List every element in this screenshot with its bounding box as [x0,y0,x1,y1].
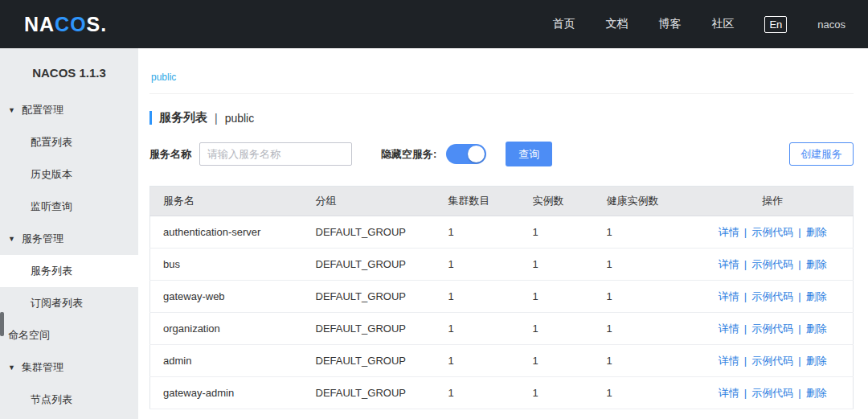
current-user[interactable]: nacos [817,18,845,31]
delete-link[interactable]: 删除 [806,322,827,335]
sample-code-link[interactable]: 示例代码 [751,258,793,270]
sample-code-link[interactable]: 示例代码 [751,226,793,238]
action-separator: | [798,355,800,367]
delete-link[interactable]: 删除 [806,226,827,238]
cell-healthy-count: 1 [594,281,693,313]
service-name-label: 服务名称 [149,147,191,162]
sample-code-link[interactable]: 示例代码 [751,387,793,399]
sidebar-section-cluster-management[interactable]: ▼集群管理 [0,351,138,384]
create-service-button[interactable]: 创建服务 [789,142,854,166]
sidebar-item-node-list[interactable]: 节点列表 [0,384,138,416]
cell-instance-count: 1 [520,216,594,249]
action-separator: | [798,226,800,238]
sidebar-section-label: 配置管理 [22,104,63,116]
scrollbar-thumb[interactable] [0,312,4,336]
sidebar-section-label: 集群管理 [22,361,63,373]
cell-service-name: gateway-web [150,281,303,313]
nacos-version-label: NACOS 1.1.3 [0,48,138,94]
cell-actions: 详情|示例代码|删除 [693,377,854,409]
sample-code-link[interactable]: 示例代码 [751,290,793,302]
title-namespace: public [225,112,255,125]
cell-healthy-count: 1 [594,216,693,249]
language-toggle-button[interactable]: En [764,16,787,33]
detail-link[interactable]: 详情 [719,226,739,238]
toggle-knob [468,146,485,162]
delete-link[interactable]: 删除 [806,355,827,367]
detail-link[interactable]: 详情 [719,258,739,270]
action-separator: | [798,322,800,335]
column-header-instance-count: 实例数 [520,187,594,216]
nacos-logo[interactable]: NACOS. [24,13,107,36]
nav-item-blog[interactable]: 博客 [658,17,681,31]
nav-item-home[interactable]: 首页 [552,17,575,31]
column-header-actions: 操作 [693,187,854,216]
cell-cluster-count: 1 [436,345,520,377]
top-nav: 首页 文档 博客 社区 En nacos [552,16,845,33]
sidebar-item-config-list[interactable]: 配置列表 [0,126,138,158]
cell-service-name: gateway-admin [150,377,303,409]
hide-empty-services-toggle[interactable] [446,144,486,164]
cell-cluster-count: 1 [436,313,520,345]
cell-service-name: bus [150,249,303,281]
sidebar-item-history-versions[interactable]: 历史版本 [0,158,138,191]
cell-service-name: authentication-server [150,216,303,249]
cell-instance-count: 1 [520,249,594,281]
detail-link[interactable]: 详情 [719,387,739,399]
column-header-service-name: 服务名 [150,187,303,216]
action-separator: | [744,322,747,335]
action-separator: | [798,387,800,399]
table-row: organization DEFAULT_GROUP 1 1 1 详情|示例代码… [150,313,854,345]
sidebar-item-listener-query[interactable]: 监听查询 [0,191,138,223]
nav-item-docs[interactable]: 文档 [605,17,628,31]
detail-link[interactable]: 详情 [719,355,739,367]
caret-down-icon: ▼ [8,223,15,255]
service-table: 服务名 分组 集群数目 实例数 健康实例数 操作 authentication-… [149,186,854,409]
cell-group: DEFAULT_GROUP [303,377,436,409]
delete-link[interactable]: 删除 [806,387,827,399]
sidebar-item-namespace[interactable]: 命名空间 [0,319,138,351]
breadcrumb-namespace-public[interactable]: public [151,72,176,83]
title-accent-bar [149,111,152,125]
sidebar-section-service-management[interactable]: ▼服务管理 [0,223,138,255]
nav-item-community[interactable]: 社区 [711,17,734,31]
service-table-header: 服务名 分组 集群数目 实例数 健康实例数 操作 [150,187,854,216]
top-header: NACOS. 首页 文档 博客 社区 En nacos [0,0,868,48]
cell-instance-count: 1 [520,281,594,313]
cell-instance-count: 1 [520,377,594,409]
delete-link[interactable]: 删除 [806,290,827,302]
cell-group: DEFAULT_GROUP [303,249,436,281]
delete-link[interactable]: 删除 [806,258,827,270]
hide-empty-services-label: 隐藏空服务: [381,147,436,162]
sample-code-link[interactable]: 示例代码 [751,355,793,367]
action-separator: | [744,387,747,399]
sidebar-section-config-management[interactable]: ▼配置管理 [0,94,138,126]
service-name-input[interactable] [199,142,352,166]
table-row: gateway-web DEFAULT_GROUP 1 1 1 详情|示例代码|… [150,281,854,313]
cell-healthy-count: 1 [594,313,693,345]
main-content: public 服务列表 | public 服务名称 隐藏空服务: 查询 创建服务… [138,48,868,419]
detail-link[interactable]: 详情 [719,322,739,335]
sidebar: NACOS 1.1.3 ▼配置管理 配置列表 历史版本 监听查询 ▼服务管理 服… [0,48,138,419]
column-header-healthy-instance-count: 健康实例数 [594,187,693,216]
sidebar-item-service-list[interactable]: 服务列表 [0,255,138,287]
table-row: authentication-server DEFAULT_GROUP 1 1 … [150,216,854,249]
column-header-group: 分组 [303,187,436,216]
sample-code-link[interactable]: 示例代码 [751,322,793,335]
caret-down-icon: ▼ [8,94,15,126]
search-button[interactable]: 查询 [506,142,552,166]
cell-group: DEFAULT_GROUP [303,216,436,249]
title-separator: | [215,112,218,125]
sidebar-item-subscriber-list[interactable]: 订阅者列表 [0,287,138,319]
cell-cluster-count: 1 [436,377,520,409]
cell-cluster-count: 1 [436,281,520,313]
breadcrumb: public [149,48,854,94]
logo-text-co: CO [55,13,87,35]
cell-actions: 详情|示例代码|删除 [693,249,854,281]
cell-cluster-count: 1 [436,249,520,281]
cell-actions: 详情|示例代码|删除 [693,281,854,313]
detail-link[interactable]: 详情 [719,290,739,302]
action-separator: | [744,355,747,367]
filter-toolbar: 服务名称 隐藏空服务: 查询 创建服务 [149,142,854,166]
cell-cluster-count: 1 [436,216,520,249]
cell-healthy-count: 1 [594,249,693,281]
